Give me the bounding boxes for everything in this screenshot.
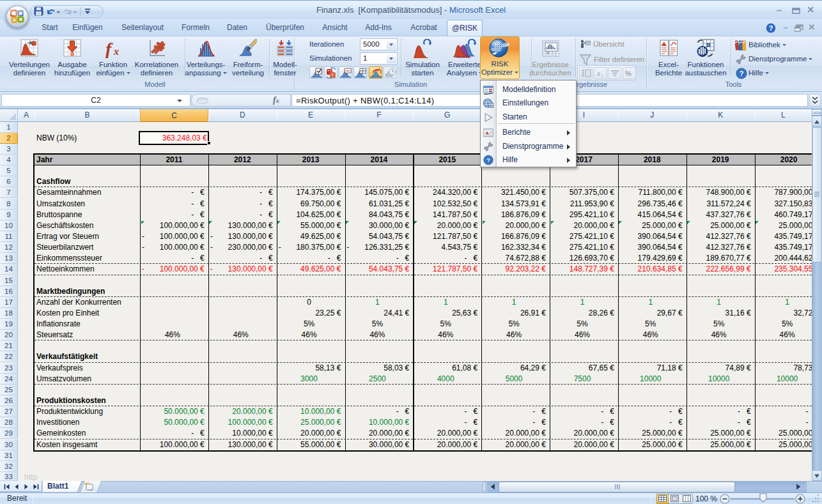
svg-text:f: f — [105, 39, 113, 58]
svg-text:x: x — [596, 69, 601, 78]
svg-text:%: % — [625, 70, 632, 77]
svg-text:i: i — [601, 73, 603, 79]
svg-text:?: ? — [769, 24, 773, 32]
svg-text:x: x — [113, 46, 119, 57]
svg-text:?: ? — [486, 157, 490, 164]
svg-text:?: ? — [739, 70, 743, 77]
svg-text:!: ! — [380, 68, 382, 75]
